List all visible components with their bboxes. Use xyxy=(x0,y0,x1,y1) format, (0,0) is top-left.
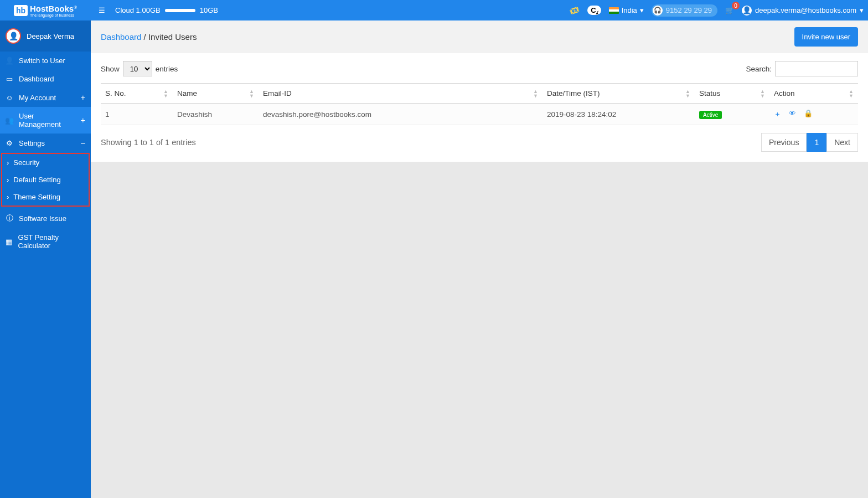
user-menu[interactable]: 👤 deepak.verma@hostbooks.com ▾ xyxy=(742,6,864,16)
users-icon: 👥 xyxy=(6,116,13,125)
sidebar-item-dashboard[interactable]: ▭ Dashboard xyxy=(0,70,91,88)
table-footer: Showing 1 to 1 of 1 entries Previous 1 N… xyxy=(101,133,858,152)
cell-sno: 1 xyxy=(101,104,173,125)
pager-next[interactable]: Next xyxy=(826,133,858,152)
pager-page-1[interactable]: 1 xyxy=(807,133,826,152)
cart-count-badge: 0 xyxy=(732,2,740,9)
breadcrumb-root[interactable]: Dashboard xyxy=(101,32,141,42)
sidebar-item-label: Software Issue xyxy=(19,214,66,223)
cloud-total-label: 10GB xyxy=(200,6,218,14)
sidebar-item-label: Dashboard xyxy=(19,75,54,83)
breadcrumb-current: Invited Users xyxy=(148,32,197,42)
collapse-icon: – xyxy=(81,138,85,147)
info-icon: ⓘ xyxy=(6,213,13,223)
logo-text-wrap: HostBooks® The language of business xyxy=(30,4,77,17)
breadcrumb-bar: Dashboard / Invited Users Invite new use… xyxy=(91,20,868,53)
col-sno[interactable]: S. No.▲▼ xyxy=(101,84,173,104)
sidebar-item-user-management[interactable]: 👥 User Management + xyxy=(0,107,91,134)
cell-name: Devashish xyxy=(173,104,259,125)
cell-datetime: 2019-08-23 18:24:02 xyxy=(542,104,695,125)
table-controls: Show 10 entries Search: xyxy=(101,61,858,76)
sidebar: 👤 Deepak Verma 👤 Switch to User ▭ Dashbo… xyxy=(0,20,91,498)
cell-email: devashish.pore@hostbooks.com xyxy=(259,104,542,125)
gear-icon: ⚙ xyxy=(6,139,13,147)
cloud-usage: Cloud 1.00GB 10GB xyxy=(115,6,218,14)
flag-icon xyxy=(609,7,619,14)
expand-icon: + xyxy=(81,93,85,102)
user-email-label: deepak.verma@hostbooks.com xyxy=(755,6,856,14)
cloud-used-label: Cloud 1.00GB xyxy=(115,6,161,14)
sidebar-item-my-account[interactable]: ☺ My Account + xyxy=(0,88,91,107)
sidebar-sub-default-setting[interactable]: › Default Setting xyxy=(2,171,89,188)
sort-icon: ▲▼ xyxy=(685,89,690,98)
headset-icon: 🎧 xyxy=(653,6,663,16)
brand-name: HostBooks xyxy=(30,4,74,13)
add-icon[interactable]: ＋ xyxy=(774,109,781,119)
expand-icon: + xyxy=(81,116,85,125)
sidebar-item-label: My Account xyxy=(19,94,56,102)
show-label: Show xyxy=(101,65,120,73)
pagination: Previous 1 Next xyxy=(761,133,858,152)
sort-icon: ▲▼ xyxy=(163,89,168,98)
cell-action: ＋ 👁 🔒 xyxy=(769,104,858,125)
support-phone[interactable]: 🎧 9152 29 29 29 xyxy=(652,4,717,17)
sort-icon: ▲▼ xyxy=(533,89,538,98)
sidebar-sub-theme-setting[interactable]: › Theme Setting xyxy=(2,188,89,206)
status-badge: Active xyxy=(699,111,722,119)
entries-label: entries xyxy=(156,65,178,73)
invited-users-panel: Show 10 entries Search: S. No.▲▼ Name▲▼ … xyxy=(91,53,868,162)
invite-new-user-button[interactable]: Invite new user xyxy=(794,27,858,47)
sidebar-user[interactable]: 👤 Deepak Verma xyxy=(0,20,91,52)
chevron-right-icon: › xyxy=(7,193,9,201)
col-status[interactable]: Status▲▼ xyxy=(695,84,769,104)
chevron-down-icon: ▾ xyxy=(640,6,644,14)
table-search: Search: xyxy=(746,61,858,76)
phone-number: 9152 29 29 29 xyxy=(666,6,712,14)
settings-submenu-highlight: › Security › Default Setting › Theme Set… xyxy=(1,153,90,207)
search-label: Search: xyxy=(746,65,772,73)
sidebar-item-gst-calculator[interactable]: ▦ GST Penalty Calculator xyxy=(0,228,91,255)
table-row: 1 Devashish devashish.pore@hostbooks.com… xyxy=(101,104,858,125)
cart-button[interactable]: 🛒 0 xyxy=(725,6,734,14)
sort-icon: ▲▼ xyxy=(760,89,765,98)
pager-previous[interactable]: Previous xyxy=(761,133,807,152)
col-action[interactable]: Action▲▼ xyxy=(769,84,858,104)
col-name[interactable]: Name▲▼ xyxy=(173,84,259,104)
invited-users-table: S. No.▲▼ Name▲▼ Email-ID▲▼ Date/Time (IS… xyxy=(101,83,858,125)
breadcrumb-sep: / xyxy=(141,32,148,42)
lock-icon[interactable]: 🔒 xyxy=(804,109,813,119)
topbar: hb HostBooks® The language of business ☰… xyxy=(0,0,868,20)
sidebar-username: Deepak Verma xyxy=(27,32,74,40)
sidebar-item-label: User Management xyxy=(19,112,75,129)
view-icon[interactable]: 👁 xyxy=(789,109,796,119)
logo[interactable]: hb HostBooks® The language of business xyxy=(0,0,91,20)
cell-status: Active xyxy=(695,104,769,125)
country-selector[interactable]: India ▾ xyxy=(609,6,644,14)
dashboard-icon: ▭ xyxy=(6,75,13,83)
sidebar-sub-label: Security xyxy=(13,158,39,167)
chevron-right-icon: › xyxy=(7,158,9,167)
calculator-icon: ▦ xyxy=(6,238,13,246)
search-input[interactable] xyxy=(775,61,858,76)
sidebar-item-software-issue[interactable]: ⓘ Software Issue xyxy=(0,208,91,228)
sidebar-item-settings[interactable]: ⚙ Settings – xyxy=(0,134,91,152)
brand-tagline: The language of business xyxy=(30,13,77,17)
page-length-select[interactable]: 10 xyxy=(123,61,152,76)
user-icon: 👤 xyxy=(6,57,13,65)
ca-badge[interactable]: C⁁ xyxy=(587,6,601,15)
sort-icon: ▲▼ xyxy=(849,89,854,98)
sidebar-sub-label: Theme Setting xyxy=(13,193,60,201)
col-datetime[interactable]: Date/Time (IST)▲▼ xyxy=(542,84,695,104)
logo-short: hb xyxy=(14,5,28,16)
sort-icon: ▲▼ xyxy=(249,89,254,98)
col-email[interactable]: Email-ID▲▼ xyxy=(259,84,542,104)
sidebar-item-switch-user[interactable]: 👤 Switch to User xyxy=(0,52,91,70)
offers-icon[interactable]: 🎟 xyxy=(568,3,581,18)
chevron-right-icon: › xyxy=(7,176,9,184)
menu-toggle-icon[interactable]: ☰ xyxy=(99,6,105,14)
sidebar-sub-security[interactable]: › Security xyxy=(2,154,89,171)
sidebar-sub-label: Default Setting xyxy=(13,176,60,184)
avatar-icon: 👤 xyxy=(742,6,752,16)
sidebar-item-label: Settings xyxy=(19,139,45,147)
chevron-down-icon: ▾ xyxy=(860,6,864,14)
